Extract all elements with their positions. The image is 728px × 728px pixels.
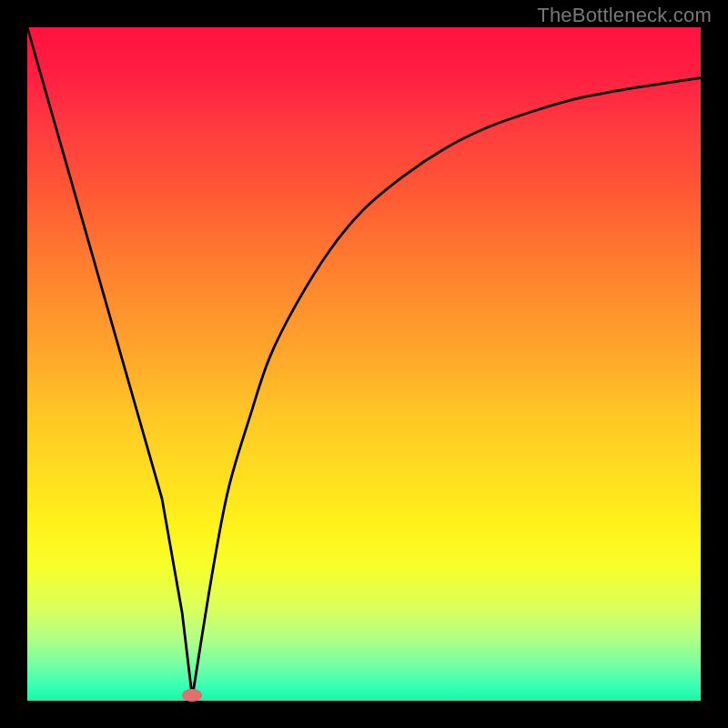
bottleneck-curve <box>27 27 701 701</box>
optimal-point-marker <box>182 689 202 702</box>
watermark-label: TheBottleneck.com <box>537 4 712 27</box>
plot-area <box>27 27 701 701</box>
chart-container: TheBottleneck.com <box>0 0 728 728</box>
